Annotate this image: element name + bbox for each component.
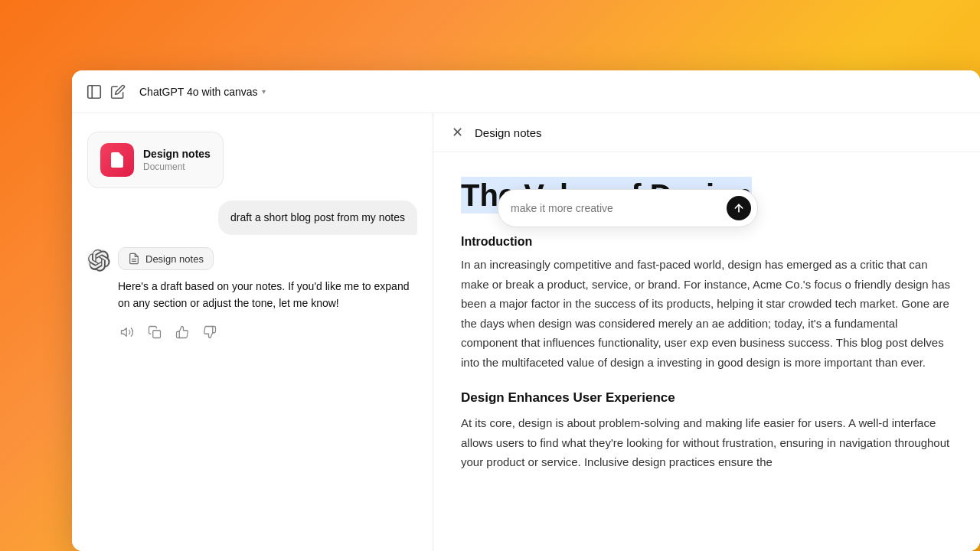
canvas-content[interactable]: The Value of Design Introduction In an i… (433, 152, 980, 551)
main-area: Design notes Document draft a short blog… (72, 113, 980, 551)
send-button[interactable] (727, 196, 751, 220)
app-window: ChatGPT 4o with canvas ▾ (72, 70, 980, 551)
svg-point-4 (87, 249, 110, 272)
chat-panel: Design notes Document draft a short blog… (72, 113, 433, 551)
edit-icon[interactable] (110, 84, 126, 99)
chatgpt-avatar (87, 249, 110, 272)
ai-text: Here's a draft based on your notes. If y… (118, 278, 417, 312)
model-label: ChatGPT 4o with canvas (139, 86, 258, 98)
canvas-panel: ✕ Design notes The Value of Desi (433, 113, 980, 551)
chevron-down-icon: ▾ (262, 87, 266, 96)
copy-button[interactable] (145, 323, 164, 341)
file-info: Design notes Document (143, 148, 211, 172)
header-left: ChatGPT 4o with canvas ▾ (86, 83, 272, 101)
svg-marker-7 (122, 328, 127, 337)
ai-content: Design notes Here's a draft based on you… (118, 247, 417, 341)
inline-edit-popup (498, 189, 758, 227)
thumbs-down-button[interactable] (201, 323, 219, 341)
canvas-header: ✕ Design notes (433, 113, 980, 152)
file-name: Design notes (143, 148, 211, 160)
file-card[interactable]: Design notes Document (87, 132, 224, 188)
canvas-title: Design notes (475, 126, 542, 139)
doc-intro-label: Introduction (461, 235, 952, 249)
close-button[interactable]: ✕ (449, 124, 466, 141)
file-type: Document (143, 161, 211, 172)
inline-edit-input[interactable] (511, 202, 720, 214)
svg-rect-8 (153, 331, 161, 338)
app-header: ChatGPT 4o with canvas ▾ (72, 70, 980, 113)
thumbs-up-button[interactable] (173, 323, 191, 341)
doc-section1-title: Design Enhances User Experience (461, 390, 952, 406)
audio-button[interactable] (118, 323, 136, 341)
ai-response-area: Design notes Here's a draft based on you… (87, 247, 417, 341)
svg-rect-0 (88, 85, 101, 98)
design-notes-ref-button[interactable]: Design notes (118, 247, 214, 270)
user-message: draft a short blog post from my notes (218, 201, 417, 235)
doc-section1-paragraph: At its core, design is about problem-sol… (461, 413, 952, 472)
action-buttons (118, 320, 417, 341)
design-notes-ref-label: Design notes (145, 253, 204, 265)
file-icon (100, 143, 134, 177)
sidebar-toggle-icon[interactable] (86, 83, 103, 100)
model-selector[interactable]: ChatGPT 4o with canvas ▾ (133, 83, 272, 101)
chat-messages: Design notes Document draft a short blog… (72, 113, 433, 551)
doc-intro-paragraph: In an increasingly competitive and fast-… (461, 255, 952, 372)
